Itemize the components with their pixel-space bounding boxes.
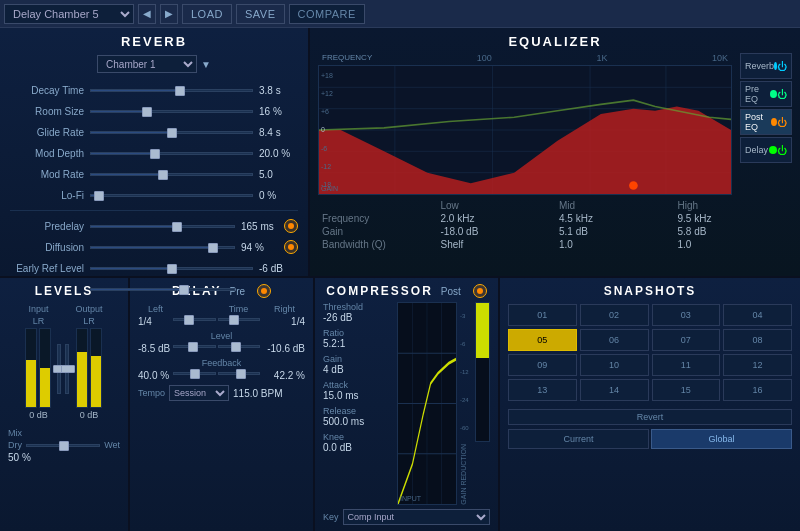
- eq-band-reverb[interactable]: Reverb ⏻: [740, 53, 792, 79]
- snapshot-btn-11[interactable]: 11: [652, 354, 721, 376]
- eq-row-gain: Gain -18.0 dB 5.1 dB 5.8 dB: [318, 225, 792, 238]
- snapshot-btn-12[interactable]: 12: [723, 354, 792, 376]
- snapshot-btn-09[interactable]: 09: [508, 354, 577, 376]
- reverb-preset-arrow[interactable]: ▼: [201, 59, 211, 70]
- comp-gain-value: 4 dB: [323, 364, 393, 375]
- reverb-slider-container: [90, 194, 253, 197]
- tab-current[interactable]: Current: [508, 429, 649, 449]
- delay-level-slider-l[interactable]: [173, 345, 216, 348]
- comp-power-icon: [477, 288, 483, 294]
- reverb-title: REVERB: [10, 34, 298, 49]
- reverb-power-btn[interactable]: [284, 219, 298, 233]
- reverb-slider-track[interactable]: [90, 89, 253, 92]
- load-button[interactable]: LOAD: [182, 4, 232, 24]
- delay-level-slider-r[interactable]: [218, 345, 261, 348]
- delay-pre-power-btn[interactable]: [257, 284, 271, 298]
- posteq-power-icon[interactable]: ⏻: [777, 117, 787, 128]
- eq-curve-svg: [319, 66, 731, 194]
- output-fader[interactable]: [65, 344, 69, 394]
- reverb-slider-track[interactable]: [90, 194, 253, 197]
- eq-header-low: Low: [437, 199, 556, 212]
- eq-band-preeq[interactable]: Pre EQ ⏻: [740, 81, 792, 107]
- reverb-slider2-thumb: [179, 285, 189, 295]
- snapshot-btn-14[interactable]: 14: [580, 379, 649, 401]
- reverb-power-icon[interactable]: ⏻: [777, 61, 787, 72]
- reverb-slider2-track[interactable]: [90, 288, 235, 291]
- snapshot-btn-01[interactable]: 01: [508, 304, 577, 326]
- reverb-power-btn[interactable]: [284, 240, 298, 254]
- snapshot-btn-08[interactable]: 08: [723, 329, 792, 351]
- reverb-slider-track[interactable]: [90, 152, 253, 155]
- eq-bw-low: Shelf: [437, 238, 556, 251]
- preeq-power-icon[interactable]: ⏻: [777, 89, 787, 100]
- output-meter-r: [90, 328, 102, 408]
- power-btn-inner: [288, 223, 294, 229]
- reverb-slider-fill: [91, 174, 163, 175]
- snapshot-btn-05[interactable]: 05: [508, 329, 577, 351]
- reverb-param-value: 3.8 s: [253, 85, 298, 96]
- reverb-param-value: 16 %: [253, 106, 298, 117]
- reverb-slider-thumb: [175, 86, 185, 96]
- delay-fb-slider-r[interactable]: [218, 372, 261, 375]
- tab-global[interactable]: Global: [651, 429, 792, 449]
- snapshot-btn-10[interactable]: 10: [580, 354, 649, 376]
- reverb-slider-track[interactable]: [90, 131, 253, 134]
- output-meter-group: Output LR 0: [75, 304, 102, 420]
- comp-key-select[interactable]: Comp Input: [343, 509, 490, 525]
- save-button[interactable]: SAVE: [236, 4, 285, 24]
- reverb-slider2-track[interactable]: [90, 267, 253, 270]
- comp-attack: Attack 15.0 ms: [323, 380, 393, 401]
- snapshot-btn-13[interactable]: 13: [508, 379, 577, 401]
- reverb-slider2-track[interactable]: [90, 246, 235, 249]
- eq-band-delay[interactable]: Delay ⏻: [740, 137, 792, 163]
- reverb-param-value: 8.4 s: [253, 127, 298, 138]
- comp-power-btn[interactable]: [473, 284, 487, 298]
- output-fill-r: [91, 356, 101, 407]
- comp-db-minus24: -24: [460, 397, 474, 403]
- eq-header-mid: Mid: [555, 199, 674, 212]
- revert-button[interactable]: Revert: [508, 409, 792, 425]
- snapshot-btn-02[interactable]: 02: [580, 304, 649, 326]
- reverb-slider-track[interactable]: [90, 110, 253, 113]
- comp-ratio-label: Ratio: [323, 328, 393, 338]
- reverb-slider2-thumb: [172, 222, 182, 232]
- freq-label-1k: 1K: [596, 53, 607, 63]
- delay-fb-slider-l[interactable]: [173, 372, 216, 375]
- bottom-section: LEVELS Input LR: [0, 278, 800, 531]
- comp-db-minus12: -12: [460, 369, 474, 375]
- reverb-slider-container: [90, 89, 253, 92]
- reverb-param-label: Lo-Fi: [10, 190, 90, 201]
- snapshot-btn-03[interactable]: 03: [652, 304, 721, 326]
- eq-band-posteq[interactable]: Post EQ ⏻: [740, 109, 792, 135]
- comp-knee: Knee 0.0 dB: [323, 432, 393, 453]
- prev-preset-button[interactable]: ◀: [138, 4, 156, 24]
- reverb-slider-track[interactable]: [90, 173, 253, 176]
- compare-button[interactable]: COMPARE: [289, 4, 365, 24]
- top-bar: Delay Chamber 5 ◀ ▶ LOAD SAVE COMPARE: [0, 0, 800, 28]
- mix-slider[interactable]: [26, 444, 100, 447]
- reverb-param-label: Glide Rate: [10, 127, 90, 138]
- snapshot-btn-07[interactable]: 07: [652, 329, 721, 351]
- level-faders: [57, 318, 69, 420]
- freq-label-100: 100: [477, 53, 492, 63]
- delay-power-icon[interactable]: ⏻: [777, 145, 787, 156]
- snapshot-btn-04[interactable]: 04: [723, 304, 792, 326]
- preset-select[interactable]: Delay Chamber 5: [4, 4, 134, 24]
- comp-threshold: Threshold -26 dB: [323, 302, 393, 323]
- snapshot-btn-16[interactable]: 16: [723, 379, 792, 401]
- reverb-param-value: 0 %: [253, 190, 298, 201]
- delay-time-slider-l[interactable]: [173, 318, 216, 321]
- output-label: Output: [75, 304, 102, 314]
- reverb-divider: [10, 210, 298, 211]
- delay-pre-power-icon: [261, 288, 267, 294]
- reverb-slider2-track[interactable]: [90, 225, 235, 228]
- snapshot-btn-06[interactable]: 06: [580, 329, 649, 351]
- delay-time-slider-r[interactable]: [218, 318, 261, 321]
- reverb-preset-select[interactable]: Chamber 1: [97, 55, 197, 73]
- snapshot-btn-15[interactable]: 15: [652, 379, 721, 401]
- reverb-slider-container: [90, 131, 253, 134]
- next-preset-button[interactable]: ▶: [160, 4, 178, 24]
- reverb-param-row: Mod Rate 5.0: [10, 165, 298, 183]
- levels-panel: LEVELS Input LR: [0, 278, 130, 531]
- tempo-select[interactable]: Session: [169, 385, 229, 401]
